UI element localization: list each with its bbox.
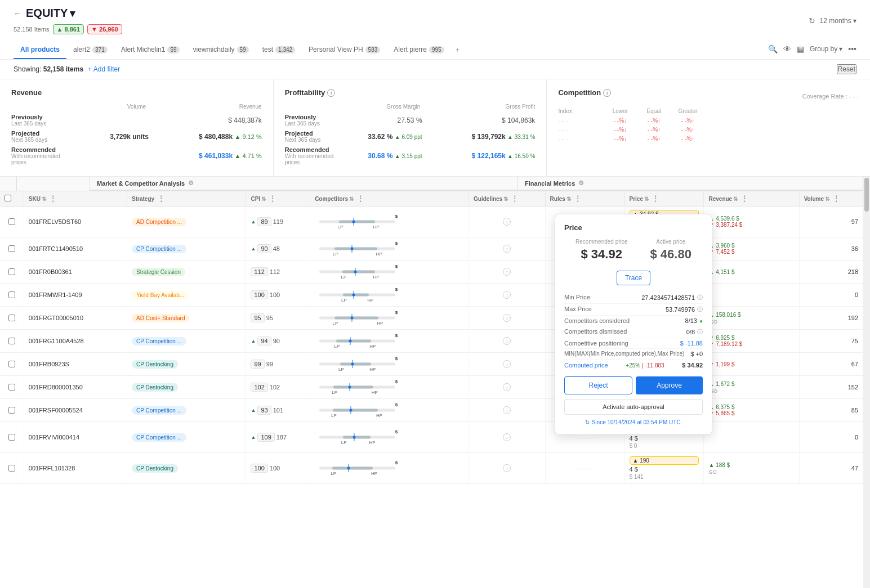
th-rules[interactable]: Rules ⇅ ⋮	[545, 191, 624, 207]
row-strategy-4[interactable]: AD Cost+ Standard	[127, 307, 246, 330]
competitors-more-icon[interactable]: ⋮	[357, 195, 364, 203]
approve-button[interactable]: Approve	[636, 376, 703, 394]
dismissed-info[interactable]: ⓘ	[697, 328, 703, 336]
revenue-more-icon[interactable]: ⋮	[741, 195, 748, 203]
row-checkbox-4[interactable]	[8, 315, 15, 321]
volume-more-icon[interactable]: ⋮	[833, 195, 840, 203]
price-sort-icon[interactable]: ⇅	[644, 196, 649, 202]
group-by-button[interactable]: Group by ▾	[810, 45, 842, 53]
section-financial-settings-icon[interactable]: ⚙	[578, 179, 584, 187]
row-strategy-7[interactable]: CP Destocking	[127, 376, 246, 399]
tab-personal-view[interactable]: Personal View PH 583	[302, 41, 387, 59]
trace-button[interactable]: Trace	[617, 271, 650, 285]
right-scrollbar[interactable]	[863, 177, 870, 588]
row-checkbox-7[interactable]	[8, 384, 15, 390]
auto-approve-button[interactable]: Activate auto-approval	[564, 399, 703, 415]
revenue-sort-icon[interactable]: ⇅	[733, 196, 738, 202]
cpi-sort-icon[interactable]: ⇅	[261, 196, 266, 202]
period-selector[interactable]: 12 months ▾	[820, 17, 856, 25]
tab-alert-pierre[interactable]: Alert pierre 995	[387, 41, 450, 59]
price-more-icon[interactable]: ⋮	[652, 195, 659, 203]
reject-button[interactable]: Reject	[564, 376, 632, 394]
competition-panel: Competition i Coverage Rate : - - - Inde…	[547, 79, 870, 176]
sku-sort-icon[interactable]: ⇅	[42, 196, 46, 202]
section-headers-row: Market & Competitor Analysis ⚙ Financial…	[0, 177, 863, 191]
add-tab-button[interactable]: +	[451, 42, 464, 59]
equity-title[interactable]: EQUITY ▾	[26, 7, 75, 20]
th-competitors[interactable]: Competitors ⇅ ⋮	[310, 191, 469, 207]
th-price[interactable]: Price ⇅ ⋮	[624, 191, 704, 207]
scrollbar-thumb[interactable]	[864, 178, 869, 212]
row-strategy-1[interactable]: CP Competition ...	[127, 237, 246, 261]
guidelines-more-icon[interactable]: ⋮	[511, 195, 518, 203]
row-strategy-10[interactable]: CP Destocking	[127, 453, 246, 484]
row-strategy-2[interactable]: Strategie Cession	[127, 261, 246, 284]
section-market-settings-icon[interactable]: ⚙	[188, 179, 194, 187]
row-sku-0: 001FRELV5DST60	[24, 207, 127, 237]
th-sku[interactable]: SKU ⇅ ⋮	[24, 191, 127, 207]
price-badge-10[interactable]: ▲ 190	[630, 456, 699, 465]
th-revenue[interactable]: Revenue ⇅ ⋮	[704, 191, 799, 207]
strategy-more-icon[interactable]: ⋮	[158, 195, 164, 203]
guidelines-sort-icon[interactable]: ⇅	[503, 196, 508, 202]
recommended-price-col: Recommended price $ 34.92	[575, 239, 627, 262]
th-strategy[interactable]: Strategy ⋮	[127, 191, 246, 207]
sku-more-icon[interactable]: ⋮	[50, 195, 56, 203]
sync-icon[interactable]: ↻	[809, 16, 815, 25]
row-checkbox-5[interactable]	[8, 338, 15, 344]
row-price-10[interactable]: ▲ 190 4 $ $ 141	[624, 453, 704, 484]
tab-alert-michelin[interactable]: Alert Michelin1 59	[114, 41, 186, 59]
title-dropdown-icon[interactable]: ▾	[70, 7, 75, 20]
more-options-icon[interactable]: •••	[848, 44, 856, 53]
row-guidelines-9: ○	[469, 422, 546, 453]
rules-more-icon[interactable]: ⋮	[574, 195, 581, 203]
popup-timestamp[interactable]: ↻ Since 10/14/2024 at 03:54 PM UTC.	[564, 419, 703, 425]
row-checkbox-10[interactable]	[8, 465, 15, 472]
row-checkbox-3[interactable]	[8, 291, 15, 298]
rules-sort-icon[interactable]: ⇅	[566, 196, 571, 202]
row-checkbox-6[interactable]	[8, 361, 15, 367]
revenue-prev-value: $ 448,387k	[149, 116, 262, 124]
max-price-info[interactable]: ⓘ	[697, 306, 703, 313]
row-strategy-0[interactable]: AD Competition ...	[127, 207, 246, 237]
back-button[interactable]: ←	[14, 9, 21, 18]
row-strategy-3[interactable]: Yield Bay Availab...	[127, 284, 246, 307]
table-container[interactable]: Market & Competitor Analysis ⚙ Financial…	[0, 177, 863, 588]
profitability-info-icon[interactable]: i	[327, 89, 335, 97]
row-checkbox-cell-3	[0, 284, 24, 307]
row-checkbox-9[interactable]	[8, 434, 15, 441]
select-all-checkbox[interactable]	[5, 195, 11, 201]
revenue-col-volume: Volume	[73, 104, 146, 110]
th-guidelines[interactable]: Guidelines ⇅ ⋮	[469, 191, 546, 207]
tab-test[interactable]: test 1,342	[256, 41, 302, 59]
revenue-col-revenue: Revenue	[153, 104, 262, 110]
row-checkbox-2[interactable]	[8, 268, 15, 275]
search-icon[interactable]: 🔍	[768, 44, 778, 53]
competitors-sort-icon[interactable]: ⇅	[349, 196, 354, 202]
grid-icon[interactable]: ▦	[797, 44, 804, 53]
row-checkbox-0[interactable]	[8, 218, 15, 225]
add-filter-button[interactable]: + Add filter	[88, 65, 120, 73]
table-row: 001FRELV5DST60 AD Competition ... ▲ 89 1…	[0, 207, 863, 237]
comp-col-index: Index	[558, 108, 603, 114]
cpi-more-icon[interactable]: ⋮	[269, 195, 276, 203]
th-cpi[interactable]: CPI ⇅ ⋮	[246, 191, 310, 207]
eye-icon[interactable]: 👁	[783, 44, 791, 53]
row-cpi-8: ▲ 93 101	[246, 399, 310, 422]
competitive-positioning-row: Competitive positioning $ -11.88	[564, 338, 703, 349]
row-strategy-8[interactable]: CP Competition ...	[127, 399, 246, 422]
row-checkbox-8[interactable]	[8, 407, 15, 414]
tab-all-products[interactable]: All products	[14, 41, 66, 59]
min-price-info[interactable]: ⓘ	[697, 294, 703, 302]
row-checkbox-1[interactable]	[8, 245, 15, 252]
row-strategy-9[interactable]: CP Competition ...	[127, 422, 246, 453]
th-volume[interactable]: Volume ⇅ ⋮	[799, 191, 863, 207]
tab-viewmichdaily[interactable]: viewmichdaily 59	[186, 41, 256, 59]
volume-sort-icon[interactable]: ⇅	[825, 196, 829, 202]
competition-info-icon[interactable]: i	[603, 89, 611, 97]
tab-alert2[interactable]: alert2 371	[66, 41, 114, 59]
row-strategy-6[interactable]: CP Destocking	[127, 353, 246, 376]
row-strategy-5[interactable]: CP Competition ...	[127, 330, 246, 353]
header-right[interactable]: ↻ 12 months ▾	[809, 16, 856, 25]
reset-button[interactable]: Reset	[837, 64, 856, 74]
